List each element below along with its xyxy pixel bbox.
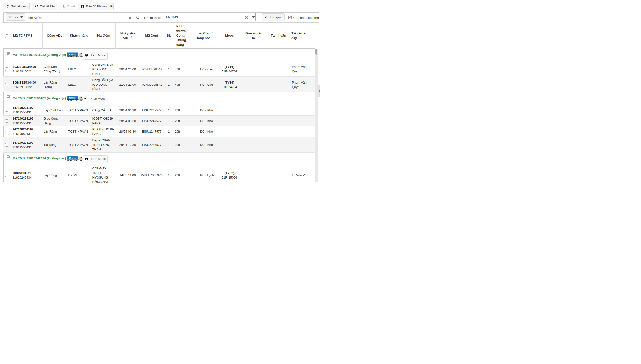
svg-text:ASPER: ASPER: [71, 97, 76, 98]
svg-text:ASPER: ASPER: [71, 54, 76, 55]
svg-text:ASPER: ASPER: [71, 158, 76, 159]
